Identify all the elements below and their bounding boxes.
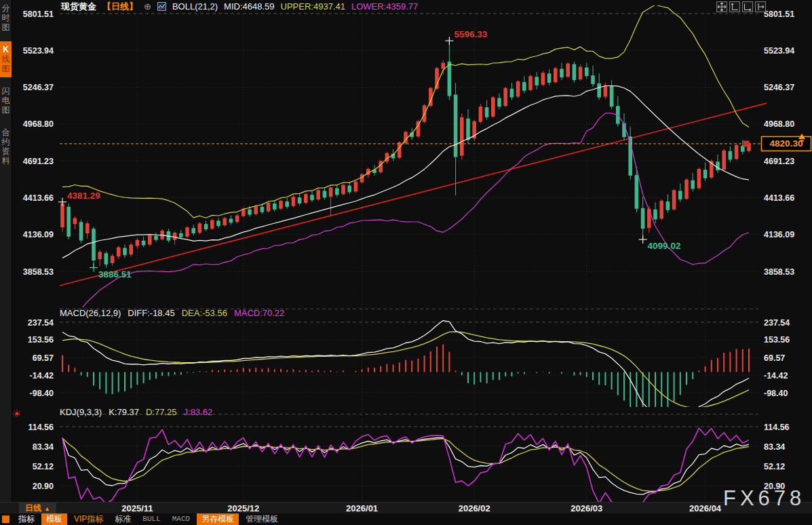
- candle[interactable]: [729, 147, 733, 162]
- candle[interactable]: [678, 184, 682, 202]
- candle[interactable]: [235, 214, 239, 224]
- candle[interactable]: [216, 218, 220, 228]
- candle[interactable]: [341, 184, 345, 196]
- candle[interactable]: [85, 221, 90, 238]
- candle[interactable]: [591, 66, 595, 87]
- footer-tab-1[interactable]: 指标: [14, 513, 39, 525]
- candle[interactable]: [191, 225, 195, 235]
- candle[interactable]: [210, 218, 214, 230]
- candle[interactable]: [267, 201, 271, 213]
- candle[interactable]: [479, 104, 483, 123]
- candle[interactable]: [491, 96, 495, 118]
- candle[interactable]: [129, 243, 133, 257]
- candle[interactable]: [641, 197, 645, 239]
- candle[interactable]: [516, 80, 520, 98]
- candle[interactable]: [497, 94, 501, 109]
- candle[interactable]: [279, 199, 283, 210]
- candle[interactable]: [379, 159, 383, 174]
- candle[interactable]: [310, 191, 314, 202]
- candle[interactable]: [104, 251, 109, 267]
- mini-chart-icon[interactable]: [157, 2, 166, 11]
- candle[interactable]: [173, 231, 177, 245]
- trend-line[interactable]: [60, 103, 767, 286]
- candle[interactable]: [273, 200, 277, 212]
- candle[interactable]: [111, 254, 115, 266]
- candle[interactable]: [329, 187, 333, 216]
- candle[interactable]: [503, 87, 507, 107]
- candle[interactable]: [154, 233, 158, 242]
- candle[interactable]: [622, 113, 626, 140]
- candle[interactable]: [335, 185, 339, 197]
- candle[interactable]: [722, 149, 726, 171]
- candle[interactable]: [316, 189, 320, 201]
- candle[interactable]: [579, 64, 583, 81]
- candle[interactable]: [522, 76, 526, 93]
- candle[interactable]: [148, 234, 152, 246]
- candle[interactable]: [117, 246, 121, 260]
- candle[interactable]: [472, 120, 476, 141]
- plus-circle-icon[interactable]: ⊕: [144, 1, 151, 12]
- period-selector-button[interactable]: 日线▲: [19, 503, 56, 514]
- candle[interactable]: [659, 199, 663, 220]
- zoom-x-axis-icon[interactable]: [742, 1, 753, 12]
- candle[interactable]: [454, 83, 458, 195]
- footer-tab-5[interactable]: BULL: [138, 513, 165, 525]
- pan-crosshair-icon[interactable]: [716, 1, 727, 12]
- candle[interactable]: [560, 63, 564, 80]
- candle[interactable]: [573, 62, 577, 83]
- candle[interactable]: [347, 182, 351, 195]
- sidebar-tab-2[interactable]: K线图: [0, 41, 12, 77]
- candle[interactable]: [354, 180, 358, 193]
- candle[interactable]: [198, 222, 202, 234]
- candle[interactable]: [204, 220, 208, 231]
- candle[interactable]: [223, 217, 227, 227]
- candle[interactable]: [98, 250, 102, 266]
- candle[interactable]: [292, 195, 296, 208]
- footer-tab-2[interactable]: 模板: [41, 513, 67, 525]
- sidebar-tab-4[interactable]: 合约资料: [0, 124, 12, 170]
- candle[interactable]: [136, 238, 140, 249]
- candle[interactable]: [547, 69, 552, 85]
- candle[interactable]: [510, 83, 514, 100]
- candle[interactable]: [360, 173, 364, 184]
- sidebar-tab-3[interactable]: 闪电图: [0, 83, 12, 119]
- shift-right-icon[interactable]: [755, 1, 766, 12]
- candle[interactable]: [716, 155, 720, 173]
- candle[interactable]: [735, 144, 739, 160]
- candle[interactable]: [616, 96, 620, 127]
- footer-tab-6[interactable]: MACD: [168, 513, 195, 525]
- candle[interactable]: [528, 75, 533, 91]
- candle[interactable]: [448, 41, 452, 100]
- candle[interactable]: [142, 237, 146, 248]
- candle[interactable]: [541, 71, 545, 85]
- candle[interactable]: [653, 202, 657, 223]
- candle[interactable]: [672, 189, 676, 210]
- candle[interactable]: [535, 72, 539, 89]
- candle[interactable]: [60, 202, 64, 232]
- candle[interactable]: [684, 178, 689, 200]
- candle[interactable]: [79, 219, 83, 243]
- footer-tab-3[interactable]: VIP指标: [69, 513, 108, 525]
- candle[interactable]: [703, 162, 708, 180]
- candle[interactable]: [404, 130, 408, 144]
- orange-square-icon[interactable]: [2, 516, 9, 523]
- candle[interactable]: [485, 100, 489, 119]
- candle[interactable]: [123, 245, 127, 258]
- candle[interactable]: [610, 80, 614, 109]
- candle[interactable]: [604, 83, 608, 98]
- footer-tab-4[interactable]: 标准: [110, 513, 136, 525]
- candle[interactable]: [566, 62, 570, 78]
- candle[interactable]: [585, 63, 589, 79]
- footer-tab-7[interactable]: 另存模板: [197, 513, 239, 525]
- chart-canvas[interactable]: 4820.305801.515801.515523.945523.945246.…: [0, 0, 812, 525]
- candle[interactable]: [229, 216, 233, 225]
- candle[interactable]: [697, 168, 701, 189]
- candle[interactable]: [554, 67, 558, 83]
- candle[interactable]: [460, 113, 464, 159]
- candle[interactable]: [435, 67, 439, 90]
- candle[interactable]: [298, 194, 302, 206]
- sidebar-tab-1[interactable]: 分时图: [0, 0, 12, 36]
- zoom-y-axis-icon[interactable]: [729, 1, 740, 12]
- candle[interactable]: [666, 194, 670, 212]
- footer-tab-8[interactable]: 管理模板: [241, 513, 283, 525]
